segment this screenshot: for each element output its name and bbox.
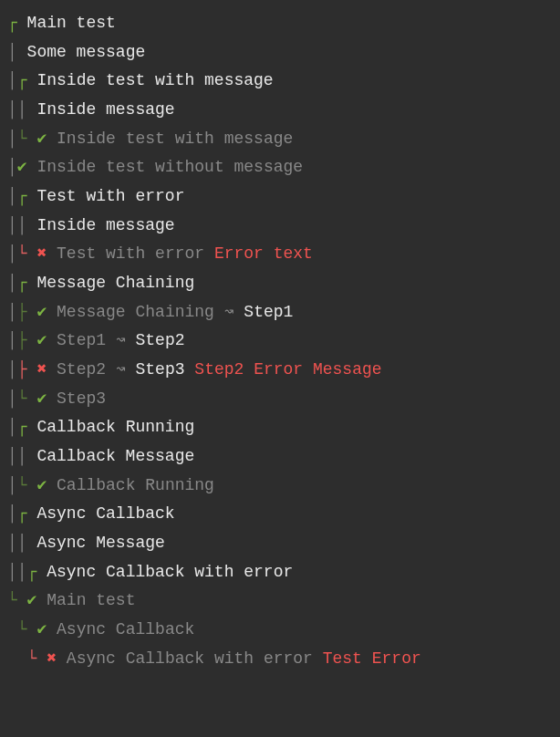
test-output-line: ││ Callback Message [7,442,553,472]
test-output-line: └ ✔ Main test [7,586,553,616]
test-output-line: │└ ✔ Callback Running [7,472,553,501]
test-label: Inside message [36,212,174,241]
check-icon: ✔ [36,616,57,645]
test-label: Step1 [244,298,293,327]
check-icon: ✔ [36,327,57,356]
test-label: Callback Running [36,413,194,442]
tree-branch: ││ [7,96,36,125]
test-label: Async Callback [36,500,174,529]
tree-branch: │ [7,182,17,212]
error-text: Step2 Error Message [194,356,381,385]
tree-branch: │ [7,240,17,269]
test-output-line: │└ ✔ Step3 [7,385,553,414]
test-label: Async Callback with error [47,558,293,587]
check-icon: ✔ [17,153,37,182]
tree-branch: ├ [17,298,37,327]
tree-branch: ││ [7,529,36,558]
test-output-line: ┌ Main test [7,9,553,38]
error-text: Error text [214,240,313,269]
error-text: Test Error [323,645,421,674]
tree-branch: │ [7,67,17,96]
tree-branch: ┌ [7,9,27,38]
test-output-line: │└ ✖ Test with error Error text [7,240,553,269]
test-label: Message Chaining [36,269,194,298]
test-output-line: │┌ Async Callback [7,500,553,529]
tree-branch: │ [7,38,27,67]
check-icon: ✔ [36,472,57,501]
tree-branch: │ [7,153,17,182]
arrow-icon: ↝ [224,298,244,327]
tree-branch: └ [17,472,37,501]
tree-branch: │ [7,500,17,529]
test-output-line: │├ ✖ Step2 ↝ Step3 Step2 Error Message [7,356,553,385]
tree-branch [7,616,17,645]
test-output-tree: ┌ Main test│ Some message│┌ Inside test … [7,9,553,673]
test-output-line: │├ ✔ Step1 ↝ Step2 [7,327,553,356]
tree-branch: │ [7,413,17,442]
test-output-line: ││ Async Message [7,529,553,558]
test-label: Step2 [136,327,185,356]
test-output-line: ││ Inside message [7,96,553,125]
tree-branch: ┌ [27,558,47,587]
test-label: Main test [47,586,135,616]
test-label: Inside test with message [57,125,293,154]
test-label: Main test [27,9,116,38]
tree-branch: └ [7,586,27,616]
tree-branch: └ [27,645,47,674]
tree-branch: ┌ [17,269,37,298]
cross-icon: ✖ [36,356,57,385]
test-label: Step1 [57,327,116,356]
test-label: Inside test without message [36,153,303,182]
tree-branch: └ [17,616,37,645]
tree-branch: └ [17,385,37,414]
test-label: Step2 [57,356,116,385]
tree-branch: │ [7,472,17,501]
test-output-line: ││┌ Async Callback with error [7,558,553,587]
tree-branch: │ [7,327,17,356]
test-label: Inside message [36,96,174,125]
tree-branch: │ [7,356,17,385]
test-label: Callback Running [57,472,214,501]
test-label: Inside test with message [36,67,273,96]
test-label: Step3 [136,356,195,385]
check-icon: ✔ [36,385,57,414]
test-label: Async Callback [57,616,194,645]
tree-branch: ││ [7,558,27,587]
test-label: Async Callback with error [67,645,323,674]
test-label: Step3 [57,385,106,414]
arrow-icon: ↝ [116,356,136,385]
arrow-icon: ↝ [116,327,136,356]
test-output-line: └ ✔ Async Callback [7,616,553,645]
cross-icon: ✖ [47,645,67,674]
tree-branch: ├ [17,327,37,356]
tree-branch: ┌ [17,413,37,442]
tree-branch: ┌ [17,500,37,529]
tree-branch: │ [7,298,17,327]
test-output-line: │ Some message [7,38,553,67]
test-output-line: │└ ✔ Inside test with message [7,125,553,154]
tree-branch: └ [17,125,37,154]
tree-branch [7,645,27,674]
test-label: Test with error [36,182,184,212]
check-icon: ✔ [27,586,47,616]
tree-branch: └ [17,240,37,269]
cross-icon: ✖ [36,240,57,269]
test-output-line: ││ Inside message [7,212,553,241]
tree-branch: ┌ [17,182,37,212]
test-output-line: │✔ Inside test without message [7,153,553,182]
test-output-line: │├ ✔ Message Chaining ↝ Step1 [7,298,553,327]
check-icon: ✔ [36,125,57,154]
tree-branch: ││ [7,212,36,241]
test-label: Message Chaining [57,298,224,327]
test-output-line: │┌ Message Chaining [7,269,553,298]
test-label: Async Message [36,529,164,558]
tree-branch: ┌ [17,67,37,96]
tree-branch: │ [7,385,17,414]
test-output-line: │┌ Callback Running [7,413,553,442]
test-output-line: │┌ Inside test with message [7,67,553,96]
tree-branch: ├ [17,356,37,385]
test-label: Callback Message [36,442,194,472]
test-output-line: └ ✖ Async Callback with error Test Error [7,645,553,674]
tree-branch: │ [7,269,17,298]
check-icon: ✔ [36,298,57,327]
